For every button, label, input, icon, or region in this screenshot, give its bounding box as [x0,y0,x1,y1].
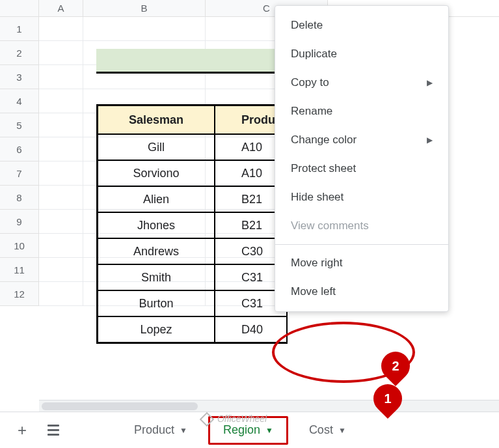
menu-view-comments: View comments [275,212,448,240]
sheet-tab-label: Cost [309,423,333,437]
caret-down-icon: ▼ [265,426,273,435]
table-cell[interactable]: Andrews [98,238,215,264]
menu-move-right[interactable]: Move right [275,249,448,277]
caret-down-icon: ▼ [180,426,187,435]
row-header[interactable]: 4 [0,89,39,113]
menu-label: Move left [291,285,336,298]
menu-change-color[interactable]: Change color▶ [275,126,448,154]
cell[interactable] [39,41,83,65]
cell[interactable] [39,113,83,137]
scrollbar-thumb[interactable] [42,402,198,410]
sheet-context-menu: Delete Duplicate Copy to▶ Rename Change … [275,5,449,312]
sheet-tab-label: Product [134,423,174,437]
table-cell[interactable]: Smith [98,264,215,290]
row-header[interactable]: 6 [0,137,39,161]
row-header[interactable]: 2 [0,41,39,65]
sheet-tab-label: Region [223,423,260,437]
row-header[interactable]: 1 [0,17,39,41]
data-table: Salesman Produ GillA10 SorvionoA10 Alien… [96,104,288,344]
menu-rename[interactable]: Rename [275,97,448,126]
menu-label: Hide sheet [291,191,344,204]
sheet-tab-cost[interactable]: Cost ▼ [296,416,359,445]
cell[interactable] [39,282,83,306]
add-sheet-button[interactable]: + [7,415,38,446]
badge-number: 1 [384,391,391,406]
all-sheets-button[interactable] [38,415,69,446]
col-header-a[interactable]: A [39,0,83,16]
menu-label: Move right [291,257,342,270]
col-header-b[interactable]: B [83,0,206,16]
table-header-salesman[interactable]: Salesman [98,105,215,134]
menu-label: Duplicate [291,48,337,61]
table-cell[interactable]: Gill [98,134,215,160]
caret-down-icon: ▼ [338,426,346,435]
menu-hide-sheet[interactable]: Hide sheet [275,183,448,212]
annotation-badge-2: 2 [375,346,416,386]
row-header[interactable]: 3 [0,65,39,89]
menu-label: Change color [291,133,357,147]
row-header[interactable]: 10 [0,234,39,258]
badge-number: 2 [392,359,399,374]
menu-label: Rename [291,105,332,118]
row-header[interactable]: 9 [0,210,39,234]
table-cell[interactable]: Alien [98,186,215,212]
table-cell[interactable]: D40 [215,316,286,343]
menu-label: Protect sheet [291,162,356,175]
menu-protect-sheet[interactable]: Protect sheet [275,154,448,183]
row-header[interactable]: 8 [0,186,39,210]
cell[interactable] [83,17,206,41]
cell[interactable] [39,65,83,89]
cell[interactable] [39,17,83,41]
submenu-arrow-icon: ▶ [427,78,433,87]
table-cell[interactable]: Lopez [98,316,215,343]
sheet-tab-product[interactable]: Product ▼ [121,416,200,445]
table-cell[interactable]: Jhones [98,212,215,238]
menu-label: Copy to [291,76,329,89]
cell[interactable] [39,186,83,210]
menu-divider [275,244,448,245]
cell[interactable] [39,161,83,186]
cell[interactable] [39,258,83,282]
hamburger-icon [47,425,59,436]
plus-icon: + [18,421,27,440]
menu-delete[interactable]: Delete [275,11,448,40]
row-header[interactable]: 12 [0,282,39,306]
row-header[interactable]: 7 [0,161,39,186]
sheet-tab-region[interactable]: Region ▼ [208,416,288,445]
select-all-corner[interactable] [0,0,39,16]
cell[interactable] [39,234,83,258]
row-header[interactable]: 11 [0,258,39,282]
cell[interactable] [39,89,83,113]
sheet-tabbar: + Product ▼ Region ▼ Cost ▼ [0,412,499,448]
table-cell[interactable]: Sorviono [98,160,215,186]
menu-copy-to[interactable]: Copy to▶ [275,68,448,97]
menu-move-left[interactable]: Move left [275,277,448,306]
horizontal-scrollbar[interactable] [39,400,499,412]
table-cell[interactable]: Burton [98,290,215,316]
menu-label: View comments [291,219,369,232]
row-header[interactable]: 5 [0,113,39,137]
cell[interactable] [39,137,83,161]
cell[interactable] [39,210,83,234]
menu-label: Delete [291,19,323,32]
submenu-arrow-icon: ▶ [427,135,433,145]
menu-duplicate[interactable]: Duplicate [275,40,448,68]
